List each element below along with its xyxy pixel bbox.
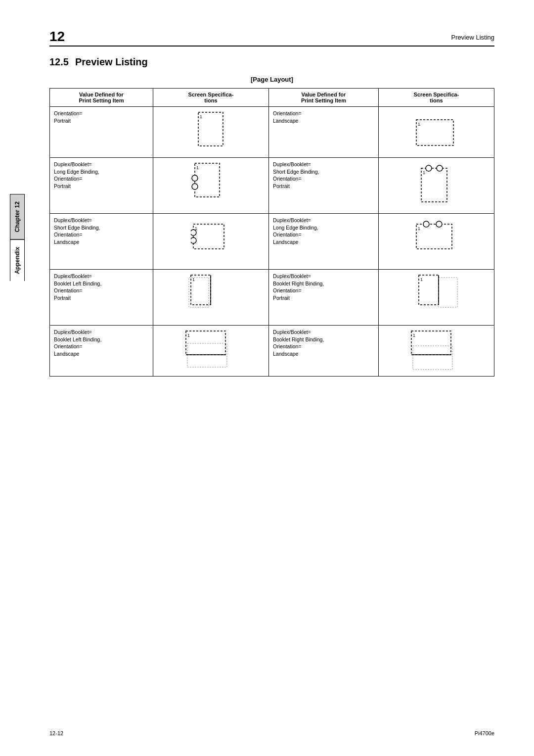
- row2-col4-preview: 1: [378, 158, 494, 214]
- svg-text:1: 1: [192, 277, 195, 282]
- svg-text:1: 1: [196, 165, 199, 170]
- svg-rect-12: [193, 224, 224, 249]
- table-row: Duplex/Booklet=Booklet Left Binding,Orie…: [50, 270, 494, 326]
- booklet-left-landscape-svg: 1: [183, 329, 238, 373]
- svg-rect-26: [439, 278, 457, 307]
- row5-col4-preview: 1: [378, 326, 494, 377]
- svg-point-10: [426, 165, 432, 171]
- svg-text:1: 1: [187, 333, 190, 338]
- row5-col2-preview: 1: [153, 326, 268, 377]
- svg-rect-34: [413, 346, 452, 370]
- row4-col2-preview: 1: [153, 270, 268, 326]
- main-table: Value Defined for Print Setting Item Scr…: [49, 88, 494, 377]
- page-header: 12 Preview Listing: [49, 30, 494, 47]
- svg-point-7: [192, 184, 198, 189]
- page-container: Chapter 12 Appendix 12 Preview Listing 1…: [0, 0, 534, 756]
- svg-rect-32: [411, 331, 451, 355]
- svg-point-15: [191, 237, 196, 243]
- row1-col1-desc: Orientation=Portrait: [50, 107, 153, 158]
- svg-text:1: 1: [418, 226, 420, 231]
- row3-col4-preview: 1: [378, 214, 494, 270]
- table-row: Orientation=Portrait 1 Orientation=Lands…: [50, 107, 494, 158]
- svg-text:1: 1: [418, 122, 420, 127]
- row1-col3-desc: Orientation=Landscape: [269, 107, 379, 158]
- chapter-tab: Chapter 12: [10, 194, 25, 239]
- section-heading: 12.5 Preview Listing: [49, 56, 494, 68]
- table-row: Duplex/Booklet=Long Edge Binding,Orienta…: [50, 158, 494, 214]
- section-title: Preview Listing: [75, 56, 148, 67]
- header-title: Preview Listing: [451, 34, 494, 41]
- col-header-3: Value Defined for Print Setting Item: [269, 89, 379, 107]
- header-number: 12: [49, 30, 65, 44]
- footer-right: Pi4700e: [475, 730, 494, 736]
- svg-point-6: [192, 175, 198, 181]
- row5-col1-desc: Duplex/Booklet=Booklet Left Binding,Orie…: [50, 326, 153, 377]
- col-header-4: Screen Specifica- tions: [378, 89, 494, 107]
- row2-col3-desc: Duplex/Booklet=Short Edge Binding,Orient…: [269, 158, 379, 214]
- row2-col2-preview: 1: [153, 158, 268, 214]
- appendix-tab: Appendix: [10, 239, 25, 281]
- svg-text:1: 1: [200, 114, 202, 119]
- booklet-right-portrait-svg: 1: [411, 273, 461, 322]
- svg-point-14: [191, 230, 196, 236]
- landscape-single-svg: 1: [414, 115, 458, 149]
- row5-col3-desc: Duplex/Booklet=Booklet Right Binding,Ori…: [269, 326, 379, 377]
- portrait-single-svg: 1: [193, 110, 228, 154]
- col-header-2: Screen Specifica- tions: [153, 89, 268, 107]
- row1-col4-preview: 1: [378, 107, 494, 158]
- svg-rect-29: [186, 331, 225, 355]
- page-footer: 12-12 Pi4700e: [49, 730, 494, 736]
- svg-rect-28: [187, 343, 227, 367]
- svg-text:1: 1: [413, 333, 415, 338]
- side-tabs: Chapter 12 Appendix: [10, 194, 25, 281]
- section-number: 12.5: [49, 56, 69, 67]
- row1-col2-preview: 1: [153, 107, 268, 158]
- duplex-landscape-short-svg: 1: [191, 217, 230, 266]
- svg-point-19: [436, 221, 442, 227]
- duplex-portrait-short-svg: 1: [414, 161, 458, 210]
- row3-col1-desc: Duplex/Booklet=Short Edge Binding,Orient…: [50, 214, 153, 270]
- row3-col3-desc: Duplex/Booklet=Long Edge Binding,Orienta…: [269, 214, 379, 270]
- row4-col1-desc: Duplex/Booklet=Booklet Left Binding,Orie…: [50, 270, 153, 326]
- row4-col3-desc: Duplex/Booklet=Booklet Right Binding,Ori…: [269, 270, 379, 326]
- svg-text:1: 1: [423, 170, 425, 175]
- booklet-left-portrait-svg: 1: [186, 273, 235, 322]
- row4-col4-preview: 1: [378, 270, 494, 326]
- footer-left: 12-12: [49, 730, 63, 736]
- svg-text:1: 1: [420, 277, 423, 282]
- col-header-1: Value Defined for Print Setting Item: [50, 89, 153, 107]
- row2-col1-desc: Duplex/Booklet=Long Edge Binding,Orienta…: [50, 158, 153, 214]
- svg-rect-2: [416, 120, 453, 145]
- duplex-landscape-long-svg: 1: [411, 219, 461, 259]
- row3-col2-preview: 1: [153, 214, 268, 270]
- table-row: Duplex/Booklet=Booklet Left Binding,Orie…: [50, 326, 494, 377]
- svg-rect-20: [189, 278, 209, 307]
- duplex-portrait-long-svg: 1: [191, 161, 230, 210]
- subsection-title: [Page Layout]: [49, 76, 494, 83]
- table-row: Duplex/Booklet=Short Edge Binding,Orient…: [50, 214, 494, 270]
- svg-rect-16: [416, 224, 452, 249]
- svg-point-11: [437, 165, 443, 171]
- svg-point-18: [423, 221, 429, 227]
- booklet-right-landscape-svg: 1: [409, 329, 463, 373]
